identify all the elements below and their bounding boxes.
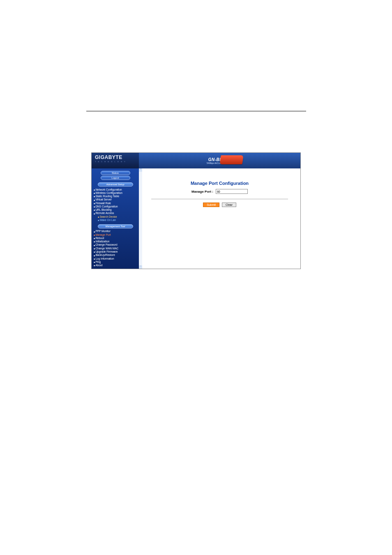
nav-url-blocking[interactable]: URL Blocking bbox=[94, 208, 138, 212]
nav-initialization[interactable]: Initialization bbox=[94, 240, 138, 243]
nav-manage-port[interactable]: Manage Port bbox=[94, 233, 138, 236]
nav-static-routing-table[interactable]: Static Routing Table bbox=[94, 195, 138, 198]
button-row: Submit Clear bbox=[151, 203, 288, 207]
nav-wireless-configuration[interactable]: Wireless Configuration bbox=[94, 191, 138, 194]
manage-port-label: Manage Port : bbox=[191, 190, 213, 193]
header-bar: GIGABYTE T E C H N O L O G Y GN-BR01G 54… bbox=[92, 153, 300, 168]
header-right: GN-BR01G 54Mbps AirCruiser G Router bbox=[139, 153, 300, 168]
manage-port-input[interactable] bbox=[216, 189, 248, 194]
advanced-setup-header: Advanced Setup bbox=[98, 182, 133, 187]
brand-subtitle: T E C H N O L O G Y bbox=[95, 161, 136, 163]
nav-log-information[interactable]: Log Information bbox=[94, 257, 138, 260]
sidebar: ˄ ˅ Status Logout Advanced Setup Network… bbox=[92, 168, 139, 269]
scroll-up-icon[interactable]: ˄ bbox=[139, 168, 142, 172]
management-tool-menu: PPP Monitor Manage Port Reboot Initializ… bbox=[93, 230, 138, 267]
nav-dns-configuration[interactable]: DNS Configuration bbox=[94, 205, 138, 208]
nav-backup-restore[interactable]: BackUp/Restore bbox=[94, 253, 138, 257]
nav-ppp-monitor[interactable]: PPP Monitor bbox=[94, 230, 138, 233]
nav-about[interactable]: About bbox=[94, 264, 138, 267]
status-button[interactable]: Status bbox=[101, 171, 130, 175]
nav-wake-on-lan[interactable]: Wake On Lan bbox=[94, 219, 138, 222]
content-pane: Manage Port Configuration Manage Port : … bbox=[139, 168, 300, 269]
nav-virtual-server[interactable]: Virtual Server bbox=[94, 198, 138, 201]
nav-reboot[interactable]: Reboot bbox=[94, 236, 138, 240]
scroll-down-icon[interactable]: ˅ bbox=[139, 265, 142, 269]
clear-button[interactable]: Clear bbox=[222, 203, 236, 207]
router-image bbox=[219, 155, 243, 164]
logout-button[interactable]: Logout bbox=[101, 176, 130, 180]
nav-network-configuration[interactable]: Network Configuration bbox=[94, 188, 138, 191]
nav-search-device[interactable]: Search Device bbox=[94, 215, 138, 218]
nav-change-password[interactable]: Change Password bbox=[94, 243, 138, 246]
nav-upgrade-firmware[interactable]: Upgrade Firmware bbox=[94, 250, 138, 253]
scrollbar-track[interactable] bbox=[139, 172, 142, 265]
nav-firewall-rule[interactable]: Firewall Rule bbox=[94, 201, 138, 205]
manage-port-row: Manage Port : bbox=[151, 189, 288, 194]
management-tool-header: Management Tool bbox=[98, 224, 133, 228]
page-title: Manage Port Configuration bbox=[151, 181, 288, 186]
router-admin-screenshot: GIGABYTE T E C H N O L O G Y GN-BR01G 54… bbox=[91, 152, 301, 269]
brand-name: GIGABYTE bbox=[95, 154, 136, 160]
brand-logo-area: GIGABYTE T E C H N O L O G Y bbox=[92, 153, 139, 168]
divider bbox=[151, 199, 288, 199]
nav-change-wan-mac[interactable]: Change WAN MAC bbox=[94, 246, 138, 250]
advanced-setup-menu: Network Configuration Wireless Configura… bbox=[93, 188, 138, 222]
horizontal-rule bbox=[86, 111, 306, 111]
nav-remote-access[interactable]: Remote Access bbox=[94, 212, 138, 215]
submit-button[interactable]: Submit bbox=[203, 203, 219, 207]
nav-ping[interactable]: Ping bbox=[94, 260, 138, 263]
